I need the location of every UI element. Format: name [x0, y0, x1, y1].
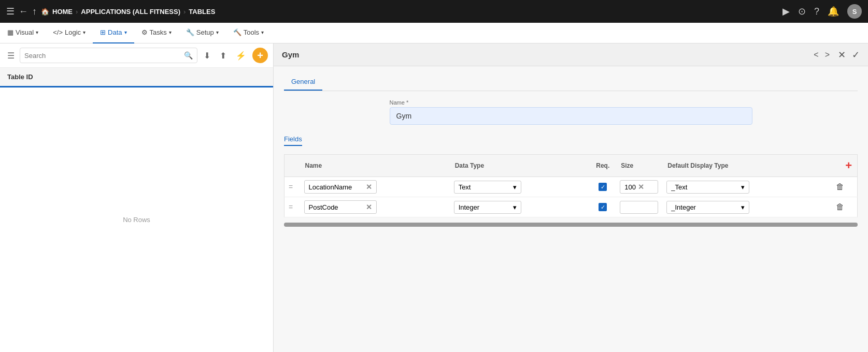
fields-section-label: Fields	[284, 135, 302, 146]
setup-caret: ▾	[216, 30, 219, 35]
data-type-cell-1: Text ▾	[450, 177, 590, 197]
display-type-caret-1: ▾	[741, 183, 745, 191]
upload-button[interactable]: ⬆	[217, 49, 230, 63]
next-button[interactable]: >	[823, 49, 832, 61]
up-button[interactable]: ↑	[32, 6, 37, 17]
tab-tasks[interactable]: ⚙ Tasks ▾	[134, 23, 179, 43]
panel-tab-general[interactable]: General	[284, 75, 322, 91]
search-nav-button[interactable]: ⊙	[798, 6, 806, 17]
th-req: Req.	[590, 155, 616, 177]
name-input[interactable]	[390, 107, 752, 125]
data-caret: ▾	[124, 30, 127, 35]
table-row: = LocationName ✕ Text	[284, 177, 858, 197]
help-button[interactable]: ?	[814, 6, 819, 17]
clear-name-2[interactable]: ✕	[366, 203, 372, 211]
th-display: Default Display Type	[662, 155, 831, 177]
sep2: ›	[183, 8, 186, 16]
delete-cell-2: 🗑	[832, 197, 858, 217]
visual-caret: ▾	[36, 30, 38, 35]
sep1: ›	[76, 8, 78, 16]
menu-button[interactable]: ☰	[6, 6, 15, 17]
panel-tabs: General	[284, 75, 858, 91]
tools-icon: 🔨	[233, 28, 241, 36]
data-type-caret-2: ▾	[513, 203, 517, 211]
left-toolbar: ☰ 🔍 ⬇ ⬆ ⚡ +	[0, 43, 273, 68]
filter-button[interactable]: ☰	[5, 49, 17, 63]
tab-tools[interactable]: 🔨 Tools ▾	[226, 23, 271, 43]
tab-logic[interactable]: </> Logic ▾	[46, 23, 93, 43]
display-type-caret-2: ▾	[741, 203, 745, 211]
top-nav: ☰ ← ↑ 🏠 HOME › APPLICATIONS (ALL FITNESS…	[0, 0, 868, 23]
name-field-wrap: Name *	[390, 99, 752, 125]
delete-row-1[interactable]: 🗑	[836, 182, 844, 192]
avatar[interactable]: S	[847, 4, 862, 19]
fields-section: Fields Name Data Type Req. Size Default …	[284, 135, 858, 217]
visual-label: Visual	[16, 28, 34, 36]
fields-table: Name Data Type Req. Size Default Display…	[284, 154, 858, 217]
panel-title: Gym	[282, 50, 299, 59]
prev-button[interactable]: <	[812, 49, 820, 61]
right-header: Gym < > ✕ ✓	[274, 43, 868, 66]
req-checkbox-1[interactable]	[599, 183, 607, 191]
add-button[interactable]: +	[252, 48, 268, 63]
drag-handle-1[interactable]: =	[284, 177, 300, 197]
tab-data[interactable]: ⊞ Data ▾	[93, 23, 134, 43]
close-button[interactable]: ✕	[838, 49, 846, 61]
bell-button[interactable]: 🔔	[828, 6, 839, 17]
display-type-select-2[interactable]: _Integer ▾	[666, 201, 749, 214]
display-type-cell-1: _Text ▾	[662, 177, 831, 197]
name-label: Name *	[390, 99, 752, 106]
add-field-button[interactable]: +	[845, 159, 852, 172]
second-nav: ▦ Visual ▾ </> Logic ▾ ⊞ Data ▾ ⚙ Tasks …	[0, 23, 868, 43]
setup-icon: 🔧	[186, 28, 194, 36]
size-input-1: 100 ✕	[620, 180, 658, 194]
clear-size-1[interactable]: ✕	[638, 183, 644, 191]
search-icon: 🔍	[184, 51, 193, 60]
data-type-select-2[interactable]: Integer ▾	[454, 201, 521, 214]
app-link[interactable]: APPLICATIONS (ALL FITNESS)	[81, 8, 180, 16]
tasks-icon: ⚙	[141, 28, 148, 36]
setup-label: Setup	[196, 28, 214, 36]
home-link[interactable]: HOME	[52, 8, 73, 16]
data-label: Data	[108, 28, 122, 36]
data-type-cell-2: Integer ▾	[450, 197, 590, 217]
search-input-wrap: 🔍	[20, 48, 197, 63]
search-input[interactable]	[24, 52, 184, 60]
field-name-text-2: PostCode	[309, 203, 364, 211]
delete-row-2[interactable]: 🗑	[836, 202, 844, 212]
table-row: = PostCode ✕ Integer	[284, 197, 858, 217]
logic-icon: </>	[53, 28, 63, 36]
back-button[interactable]: ←	[19, 6, 28, 17]
drag-handle-2[interactable]: =	[284, 197, 300, 217]
tab-visual[interactable]: ▦ Visual ▾	[0, 23, 46, 43]
horizontal-scrollbar[interactable]	[284, 223, 858, 227]
size-cell-1: 100 ✕	[616, 177, 662, 197]
clear-name-1[interactable]: ✕	[366, 183, 372, 191]
confirm-button[interactable]: ✓	[852, 49, 860, 61]
field-name-text-1: LocationName	[309, 183, 364, 191]
delete-cell-1: 🗑	[832, 177, 858, 197]
size-value-2	[624, 203, 627, 211]
logic-caret: ▾	[83, 30, 86, 35]
left-panel: ☰ 🔍 ⬇ ⬆ ⚡ + Table ID No Rows	[0, 43, 274, 352]
play-button[interactable]: ▶	[782, 6, 790, 17]
display-type-value-2: _Integer	[671, 203, 696, 211]
lightning-button[interactable]: ⚡	[233, 49, 249, 63]
data-type-value-2: Integer	[459, 203, 479, 211]
top-nav-left: ☰ ← ↑ 🏠 HOME › APPLICATIONS (ALL FITNESS…	[6, 6, 778, 17]
tools-label: Tools	[244, 28, 259, 36]
req-cell-1	[590, 177, 616, 197]
breadcrumb: 🏠 HOME › APPLICATIONS (ALL FITNESS) › TA…	[41, 8, 215, 16]
download-button[interactable]: ⬇	[201, 49, 214, 63]
right-header-actions: < > ✕ ✓	[812, 49, 860, 61]
display-type-select-1[interactable]: _Text ▾	[666, 181, 749, 194]
field-name-cell-2: PostCode ✕	[300, 197, 450, 217]
data-type-select-1[interactable]: Text ▾	[454, 181, 521, 194]
data-type-caret-1: ▾	[513, 183, 517, 191]
th-name: Name	[300, 155, 450, 177]
th-add: +	[832, 155, 858, 177]
top-nav-right: ▶ ⊙ ? 🔔 S	[782, 4, 862, 19]
req-checkbox-2[interactable]	[599, 203, 607, 211]
tab-setup[interactable]: 🔧 Setup ▾	[179, 23, 226, 43]
field-name-input-2: PostCode ✕	[304, 200, 377, 214]
